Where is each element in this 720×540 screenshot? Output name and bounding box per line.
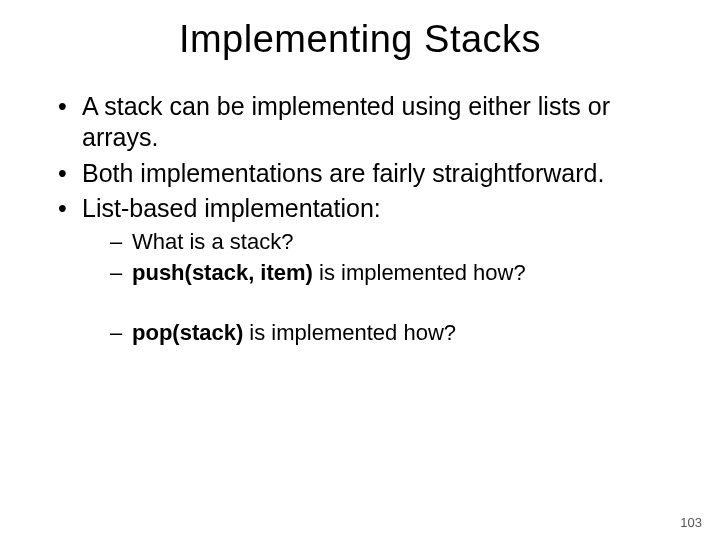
bullet-text: A stack can be implemented using either … (82, 92, 610, 151)
slide-title: Implementing Stacks (0, 0, 720, 61)
sub-bullet-bold: pop(stack) (132, 320, 243, 345)
bullet-item: Both implementations are fairly straight… (58, 158, 680, 189)
sub-bullet-item: What is a stack? (110, 228, 680, 256)
bullet-item: A stack can be implemented using either … (58, 91, 680, 154)
sub-bullet-bold: push(stack, item) (132, 260, 313, 285)
sub-bullet-list: What is a stack? push(stack, item) is im… (82, 228, 680, 286)
bullet-text: Both implementations are fairly straight… (82, 159, 604, 187)
bullet-list: A stack can be implemented using either … (40, 91, 680, 347)
slide: Implementing Stacks A stack can be imple… (0, 0, 720, 540)
bullet-text: List-based implementation: (82, 194, 381, 222)
sub-bullet-text: What is a stack? (132, 229, 293, 254)
sub-bullet-item: pop(stack) is implemented how? (110, 319, 680, 347)
sub-bullet-text: is implemented how? (313, 260, 526, 285)
page-number: 103 (680, 515, 702, 530)
bullet-item: List-based implementation: What is a sta… (58, 193, 680, 347)
slide-body: A stack can be implemented using either … (0, 61, 720, 347)
sub-bullet-list: pop(stack) is implemented how? (82, 319, 680, 347)
spacer (82, 289, 680, 315)
sub-bullet-item: push(stack, item) is implemented how? (110, 259, 680, 287)
sub-bullet-text: is implemented how? (243, 320, 456, 345)
